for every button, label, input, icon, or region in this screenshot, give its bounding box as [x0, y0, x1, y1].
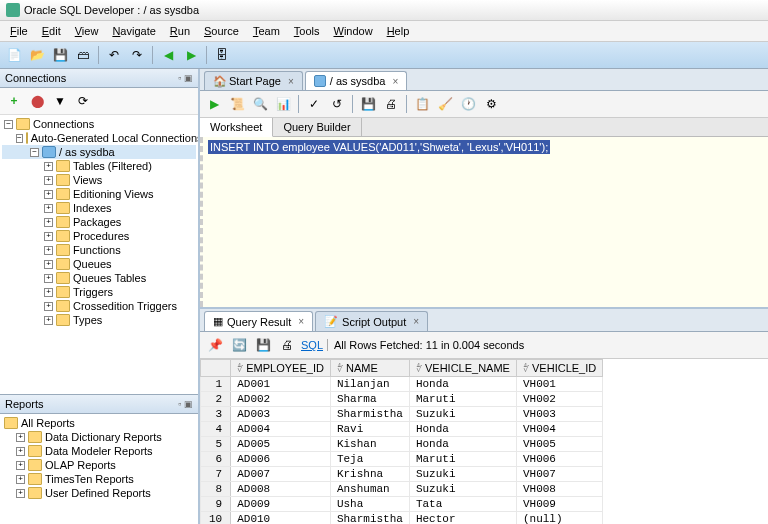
reports-root[interactable]: All Reports	[2, 416, 196, 430]
save-all-icon[interactable]: 🗃	[73, 45, 93, 65]
explain-icon[interactable]: 🔍	[250, 94, 270, 114]
tree-node[interactable]: +Functions	[2, 243, 196, 257]
tree-node[interactable]: +Types	[2, 313, 196, 327]
redo-icon[interactable]: ↷	[127, 45, 147, 65]
tree-node[interactable]: +Crossedition Triggers	[2, 299, 196, 313]
undo-icon[interactable]: ↶	[104, 45, 124, 65]
unshared-icon[interactable]: 📋	[412, 94, 432, 114]
tree-node[interactable]: +Packages	[2, 215, 196, 229]
menu-run[interactable]: Run	[164, 23, 196, 39]
table-row[interactable]: 9AD009UshaTataVH009	[201, 497, 603, 512]
clear-icon[interactable]: 🧹	[435, 94, 455, 114]
menu-bar: FileEditViewNavigateRunSourceTeamToolsWi…	[0, 21, 768, 42]
back-icon[interactable]: ◀	[158, 45, 178, 65]
menu-help[interactable]: Help	[381, 23, 416, 39]
reports-header: Reports ▫ ▣	[0, 395, 198, 414]
export-result-icon[interactable]: 💾	[253, 335, 273, 355]
refresh-icon[interactable]: ⟳	[73, 91, 93, 111]
tree-node[interactable]: +Views	[2, 173, 196, 187]
tree-node[interactable]: +Editioning Views	[2, 187, 196, 201]
close-icon[interactable]: ×	[413, 316, 419, 327]
close-icon[interactable]: ×	[392, 76, 398, 87]
refresh-result-icon[interactable]: 🔄	[229, 335, 249, 355]
add-connection-icon[interactable]: +	[4, 91, 24, 111]
tab-connection[interactable]: / as sysdba×	[305, 71, 407, 90]
tree-node[interactable]: +Queues	[2, 257, 196, 271]
pin-icon[interactable]: 📌	[205, 335, 225, 355]
print-icon[interactable]: 🖨	[381, 94, 401, 114]
col-header[interactable]: ∜ VEHICLE_NAME	[409, 360, 516, 377]
table-row[interactable]: 5AD005KishanHondaVH005	[201, 437, 603, 452]
menu-file[interactable]: File	[4, 23, 34, 39]
tree-node[interactable]: +Tables (Filtered)	[2, 159, 196, 173]
panel-controls[interactable]: ▫ ▣	[178, 399, 193, 409]
tree-node[interactable]: +Procedures	[2, 229, 196, 243]
tab-querybuilder[interactable]: Query Builder	[273, 118, 361, 136]
tab-startpage[interactable]: 🏠Start Page×	[204, 71, 303, 90]
close-icon[interactable]: ×	[298, 316, 304, 327]
menu-window[interactable]: Window	[327, 23, 378, 39]
forward-icon[interactable]: ▶	[181, 45, 201, 65]
col-header[interactable]: ∜ EMPLOYEE_ID	[231, 360, 331, 377]
new-icon[interactable]: 📄	[4, 45, 24, 65]
window-title: Oracle SQL Developer : / as sysdba	[24, 4, 199, 16]
tree-connection[interactable]: −/ as sysdba	[2, 145, 196, 159]
title-bar: Oracle SQL Developer : / as sysdba	[0, 0, 768, 21]
funnel-icon[interactable]: ▼	[50, 91, 70, 111]
close-icon[interactable]: ×	[288, 76, 294, 87]
menu-source[interactable]: Source	[198, 23, 245, 39]
report-node[interactable]: +OLAP Reports	[2, 458, 196, 472]
fetch-status: All Rows Fetched: 11 in 0.004 seconds	[327, 339, 524, 351]
menu-edit[interactable]: Edit	[36, 23, 67, 39]
report-node[interactable]: +TimesTen Reports	[2, 472, 196, 486]
filter-icon[interactable]: ⬤	[27, 91, 47, 111]
settings-icon[interactable]: ⚙	[481, 94, 501, 114]
panel-controls[interactable]: ▫ ▣	[178, 73, 193, 83]
worksheet-subtabs: Worksheet Query Builder	[200, 118, 768, 137]
export-icon[interactable]: 💾	[358, 94, 378, 114]
menu-navigate[interactable]: Navigate	[106, 23, 161, 39]
menu-team[interactable]: Team	[247, 23, 286, 39]
tree-node[interactable]: +Queues Tables	[2, 271, 196, 285]
tree-auto[interactable]: −Auto-Generated Local Connections	[2, 131, 196, 145]
run-script-icon[interactable]: 📜	[227, 94, 247, 114]
connections-header: Connections ▫ ▣	[0, 69, 198, 88]
tree-node[interactable]: +Triggers	[2, 285, 196, 299]
table-row[interactable]: 1AD001NilanjanHondaVH001	[201, 377, 603, 392]
output-icon: 📝	[324, 315, 338, 328]
result-tabs: ▦ Query Result× 📝 Script Output×	[200, 309, 768, 332]
tab-worksheet[interactable]: Worksheet	[200, 118, 273, 137]
autotrace-icon[interactable]: 📊	[273, 94, 293, 114]
tab-query-result[interactable]: ▦ Query Result×	[204, 311, 313, 331]
col-header[interactable]: ∜ NAME	[330, 360, 409, 377]
print-result-icon[interactable]: 🖨	[277, 335, 297, 355]
report-node[interactable]: +Data Dictionary Reports	[2, 430, 196, 444]
table-row[interactable]: 4AD004RaviHondaVH004	[201, 422, 603, 437]
sql-editor[interactable]: INSERT INTO employee VALUES('AD011','Shw…	[200, 137, 768, 307]
sql-link[interactable]: SQL	[301, 339, 323, 351]
report-node[interactable]: +User Defined Reports	[2, 486, 196, 500]
db-icon[interactable]: 🗄	[212, 45, 232, 65]
table-row[interactable]: 8AD008AnshumanSuzukiVH008	[201, 482, 603, 497]
run-icon[interactable]: ▶	[204, 94, 224, 114]
result-grid[interactable]: ∜ EMPLOYEE_ID∜ NAME∜ VEHICLE_NAME∜ VEHIC…	[200, 359, 768, 524]
rollback-icon[interactable]: ↺	[327, 94, 347, 114]
table-row[interactable]: 7AD007KrishnaSuzukiVH007	[201, 467, 603, 482]
table-row[interactable]: 6AD006TejaMarutiVH006	[201, 452, 603, 467]
menu-view[interactable]: View	[69, 23, 105, 39]
home-icon: 🏠	[213, 75, 225, 87]
tree-node[interactable]: +Indexes	[2, 201, 196, 215]
table-row[interactable]: 10AD010SharmisthaHector(null)	[201, 512, 603, 525]
menu-tools[interactable]: Tools	[288, 23, 326, 39]
history-icon[interactable]: 🕐	[458, 94, 478, 114]
open-icon[interactable]: 📂	[27, 45, 47, 65]
table-row[interactable]: 3AD003SharmisthaSuzukiVH003	[201, 407, 603, 422]
tree-root[interactable]: −Connections	[2, 117, 196, 131]
report-node[interactable]: +Data Modeler Reports	[2, 444, 196, 458]
main-toolbar: 📄 📂 💾 🗃 ↶ ↷ ◀ ▶ 🗄	[0, 42, 768, 69]
tab-script-output[interactable]: 📝 Script Output×	[315, 311, 428, 331]
col-header[interactable]: ∜ VEHICLE_ID	[516, 360, 602, 377]
table-row[interactable]: 2AD002SharmaMarutiVH002	[201, 392, 603, 407]
commit-icon[interactable]: ✓	[304, 94, 324, 114]
save-icon[interactable]: 💾	[50, 45, 70, 65]
